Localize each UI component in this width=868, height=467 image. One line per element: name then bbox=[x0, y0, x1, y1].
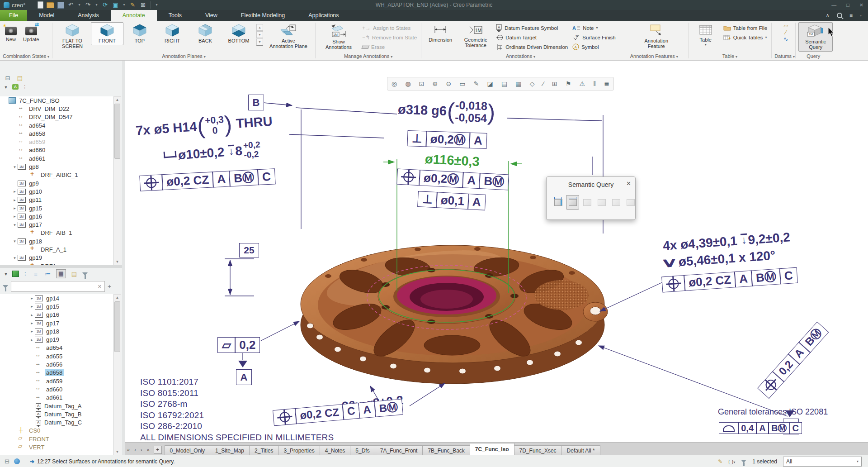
table-from-file-button[interactable]: Table from File bbox=[722, 23, 769, 33]
iso-note-line[interactable]: ISO 8015:2011 bbox=[140, 388, 334, 399]
expand-arrow-icon[interactable]: ▾ bbox=[12, 223, 18, 227]
tree-item[interactable]: ▸ gp15 bbox=[0, 302, 113, 310]
back-plane-button[interactable]: BACK bbox=[189, 22, 221, 45]
clear-filter-icon[interactable]: ✕ bbox=[98, 284, 102, 290]
flag-icon[interactable]: ⚑ bbox=[566, 78, 571, 90]
dimension-25-box[interactable]: 25 bbox=[239, 243, 259, 257]
datums-group-label[interactable]: Datums▾ bbox=[772, 53, 795, 60]
update-state-button[interactable]: Update bbox=[20, 22, 42, 44]
geometric-tolerance-button[interactable]: 1M Geometric Tolerance bbox=[458, 22, 493, 50]
minimize-icon[interactable]: — bbox=[831, 2, 836, 8]
menu-tab[interactable]: Model bbox=[27, 10, 66, 21]
sheet-tab[interactable]: 7C_Func_Iso bbox=[470, 443, 514, 455]
collapse-all-icon[interactable]: ▾ bbox=[4, 85, 8, 90]
tree-item[interactable]: 7C_FUNC_ISO bbox=[0, 96, 113, 105]
tree-item[interactable]: ▸ gp11 bbox=[0, 196, 113, 204]
dimension-116[interactable]: ø116±0,3 bbox=[425, 152, 480, 169]
datum-axis-icon[interactable]: ∕ bbox=[782, 29, 790, 36]
shade-icon[interactable]: ◍ bbox=[405, 78, 410, 90]
detail-more-icon[interactable]: ⋮ bbox=[23, 272, 28, 276]
dimension-button[interactable]: Dimension bbox=[424, 22, 457, 44]
iso-note-line[interactable]: ISO 1101:2017 bbox=[140, 376, 334, 388]
flat-to-screen-button[interactable]: FLAT TO SCREEN bbox=[55, 22, 90, 51]
sheet-tab[interactable]: 0_Model_Only bbox=[165, 445, 210, 455]
tree-item[interactable]: CS0 bbox=[0, 427, 113, 435]
tree-item[interactable]: ▸ gp18 bbox=[0, 327, 113, 335]
datum-plane-icon[interactable]: ▱ bbox=[782, 22, 790, 29]
zoom-in-icon[interactable]: ⊕ bbox=[433, 78, 438, 90]
pause-icon[interactable]: ‖ bbox=[593, 78, 596, 90]
tree-item[interactable]: ▾ gp18 bbox=[0, 237, 113, 245]
selection-filter-dropdown[interactable]: All ▾ bbox=[783, 457, 862, 467]
list-icon[interactable]: ≣ bbox=[604, 78, 609, 90]
top-plane-button[interactable]: TOP bbox=[124, 22, 155, 45]
tree-item[interactable]: ad654 bbox=[0, 121, 113, 129]
planes-expand-icon[interactable]: ▼ bbox=[256, 38, 263, 46]
grid-icon[interactable]: ⊞ bbox=[552, 78, 557, 90]
options-menu-icon[interactable]: ≡ bbox=[849, 12, 853, 19]
semantic-query-dialog[interactable]: Semantic Query ✕ bbox=[546, 176, 636, 220]
tree-item[interactable]: DRF_AIB_1 bbox=[0, 229, 113, 237]
semantic-query-option-5[interactable] bbox=[609, 195, 623, 210]
expand-arrow-icon[interactable]: ▸ bbox=[29, 329, 35, 334]
display-style-icon[interactable]: ▦ bbox=[515, 78, 521, 90]
tree-item[interactable]: DRF_A_1 bbox=[0, 245, 113, 253]
scroll-up-icon[interactable]: ▲ bbox=[114, 97, 121, 103]
expand-arrow-icon[interactable]: ▸ bbox=[29, 296, 35, 300]
menu-tab[interactable]: Flexible Modeling bbox=[229, 10, 297, 21]
saved-views-icon[interactable]: ▤ bbox=[501, 78, 507, 90]
tree-item[interactable]: ▸ gp15 bbox=[0, 204, 113, 212]
semantic-query-option-2[interactable] bbox=[566, 195, 579, 210]
open-settings-icon[interactable]: ▤ bbox=[70, 271, 78, 277]
expand-arrow-icon[interactable]: ▸ bbox=[12, 214, 18, 219]
manage-annotations-group-label[interactable]: Manage Annotations▾ bbox=[316, 53, 421, 60]
scroll-thumb[interactable] bbox=[114, 104, 120, 159]
active-annotation-plane-button[interactable]: Active Annotation Plane bbox=[264, 22, 313, 51]
tree-item[interactable]: ▾ gp19 bbox=[0, 254, 113, 262]
close-window-icon[interactable]: ⊠ bbox=[140, 1, 147, 9]
quick-tables-button[interactable]: + Quick Tables▾ bbox=[722, 33, 769, 42]
collapse-branches-icon[interactable]: ≔ bbox=[44, 271, 52, 277]
annotate-pencil-icon[interactable]: ✎ bbox=[129, 1, 137, 9]
tree-windows-icon[interactable]: ▤ bbox=[16, 75, 24, 81]
panel-splitter[interactable] bbox=[0, 265, 122, 268]
bottom-plane-button[interactable]: BOTTOM bbox=[222, 22, 255, 45]
front-plane-button[interactable]: FRONT bbox=[91, 22, 123, 45]
tree-item[interactable]: ad660 bbox=[0, 146, 113, 154]
undo-dropdown-icon[interactable]: ▾ bbox=[78, 1, 81, 9]
refit-icon[interactable]: ◎ bbox=[392, 78, 397, 90]
quick-tables-dropdown-icon[interactable]: ▾ bbox=[765, 35, 767, 39]
expand-arrow-icon[interactable]: ▸ bbox=[29, 313, 35, 317]
tree-item[interactable]: DRV_DIM_D547 bbox=[0, 113, 113, 121]
column-display-icon[interactable]: ▦ bbox=[56, 269, 66, 278]
search-icon[interactable] bbox=[837, 13, 842, 18]
show-annotations-button[interactable]: 1M Show Annotations bbox=[318, 22, 359, 52]
tree-item[interactable]: DRV_DIM_D22 bbox=[0, 105, 113, 113]
expand-arrow-icon[interactable]: ▾ bbox=[12, 239, 18, 243]
tree-filter-input[interactable]: ✕ bbox=[11, 281, 105, 292]
note-dropdown-icon[interactable]: ▾ bbox=[596, 26, 598, 30]
tree-item[interactable]: ▸ gp16 bbox=[0, 311, 113, 319]
more-dropdown-icon[interactable]: ▾ bbox=[860, 14, 862, 18]
windows-dropdown-icon[interactable]: ▾ bbox=[123, 1, 126, 9]
expand-arrow-icon[interactable]: ▸ bbox=[12, 198, 18, 202]
menu-tab[interactable]: View bbox=[193, 10, 229, 21]
menu-tab[interactable]: Annotate bbox=[111, 10, 157, 21]
tree-item[interactable]: ad656 bbox=[0, 360, 113, 368]
section-icon[interactable]: ◪ bbox=[487, 78, 493, 90]
menu-tab[interactable]: File bbox=[0, 10, 27, 21]
annotation-display-icon[interactable] bbox=[12, 84, 19, 90]
semantic-query-option-3[interactable] bbox=[580, 195, 594, 210]
tree-item[interactable]: ad654 bbox=[0, 344, 113, 352]
sheet-tab[interactable]: 7A_Func_Front bbox=[375, 445, 423, 455]
tree-item[interactable]: ▾ gp17 bbox=[0, 220, 113, 229]
fcf-perpendicularity-318[interactable]: ⊥ ø0,2Ⓜ A bbox=[407, 130, 487, 149]
tree-item[interactable]: ad659 bbox=[0, 377, 113, 385]
solid-model-icon[interactable] bbox=[12, 271, 19, 277]
select-box-icon[interactable]: ▢▾ bbox=[728, 458, 735, 465]
redo-dropdown-icon[interactable]: ▾ bbox=[95, 1, 99, 9]
datum-b-flag[interactable]: B bbox=[248, 95, 264, 110]
detail-tree-scrollbar[interactable]: ▲ ▼ bbox=[113, 294, 121, 456]
scroll-down-icon[interactable]: ▼ bbox=[114, 259, 121, 265]
sheet-tab[interactable]: 1_Site_Map bbox=[210, 445, 250, 455]
